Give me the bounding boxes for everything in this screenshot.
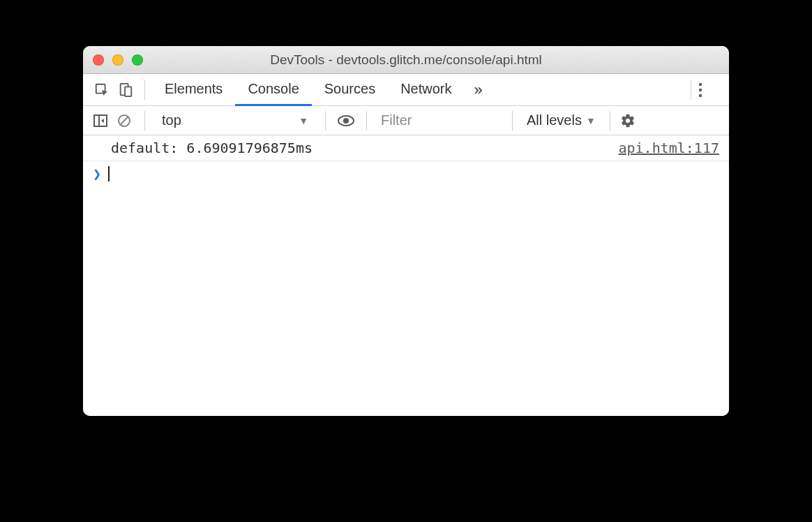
tab-sources[interactable]: Sources (312, 75, 388, 106)
titlebar: DevTools - devtools.glitch.me/console/ap… (83, 46, 729, 74)
minimize-icon[interactable] (112, 54, 123, 66)
separator (366, 111, 367, 130)
settings-icon[interactable] (620, 113, 644, 128)
svg-point-5 (699, 94, 702, 96)
svg-point-9 (343, 118, 349, 124)
log-row: default: 6.69091796875ms api.html:117 (83, 135, 729, 161)
log-message: default: 6.69091796875ms (111, 140, 313, 156)
window-title: DevTools - devtools.glitch.me/console/ap… (83, 52, 729, 68)
clear-console-icon[interactable] (114, 110, 135, 131)
close-icon[interactable] (93, 54, 104, 66)
panel-tabs: Elements Console Sources Network » (83, 74, 729, 106)
log-source-link[interactable]: api.html:117 (619, 140, 720, 156)
svg-rect-2 (125, 87, 131, 96)
tabs-list: Elements Console Sources Network » (152, 74, 493, 105)
chevron-down-icon: ▼ (299, 115, 308, 126)
separator (512, 111, 513, 130)
traffic-lights (93, 54, 143, 66)
console-prompt[interactable]: ❯ (83, 161, 729, 186)
filter-input[interactable] (377, 110, 502, 131)
toggle-sidebar-icon[interactable] (90, 110, 111, 131)
tabs-overflow-icon[interactable]: » (465, 81, 493, 99)
live-expression-icon[interactable] (336, 110, 356, 131)
console-toolbar: top ▼ All levels ▼ (83, 106, 729, 135)
tab-elements[interactable]: Elements (152, 75, 235, 106)
log-levels-selector[interactable]: All levels ▼ (522, 112, 600, 128)
tab-network[interactable]: Network (388, 75, 464, 106)
separator (144, 80, 145, 100)
svg-point-3 (699, 82, 702, 85)
context-value: top (162, 112, 181, 128)
tab-console[interactable]: Console (235, 75, 311, 106)
text-cursor (108, 166, 110, 181)
zoom-icon[interactable] (132, 54, 143, 66)
svg-point-4 (699, 88, 702, 91)
console-output: default: 6.69091796875ms api.html:117 ❯ (83, 135, 729, 416)
separator (691, 80, 691, 100)
levels-label: All levels (527, 112, 582, 128)
menu-icon[interactable] (698, 82, 722, 98)
separator (325, 111, 326, 130)
svg-rect-6 (94, 115, 107, 126)
prompt-caret-icon: ❯ (93, 165, 101, 182)
chevron-down-icon: ▼ (586, 115, 596, 126)
device-toolbar-icon[interactable] (114, 78, 137, 102)
separator (610, 111, 610, 130)
separator (144, 111, 145, 130)
context-selector[interactable]: top ▼ (155, 110, 315, 131)
inspect-element-icon[interactable] (90, 78, 114, 102)
devtools-window: DevTools - devtools.glitch.me/console/ap… (83, 46, 729, 416)
